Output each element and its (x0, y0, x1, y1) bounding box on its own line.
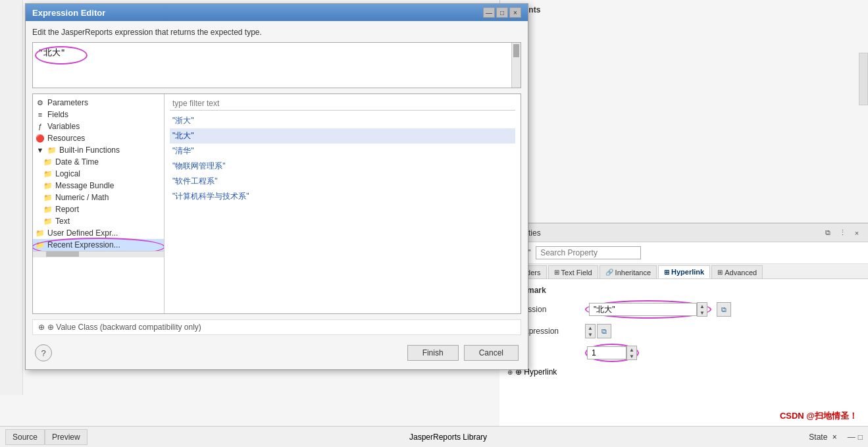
expression-spinner[interactable]: ▲ ▼ (697, 302, 707, 317)
element-item-e: e (505, 54, 863, 66)
level-expr-edit-button[interactable]: ⧉ (597, 324, 611, 338)
properties-new-icon[interactable]: ⧉ (822, 227, 834, 239)
value-class-expand[interactable]: ⊕ (38, 323, 45, 332)
list-item-jisuanji[interactable]: "计算机科学与技术系" (170, 189, 515, 204)
footer-left: ? (35, 344, 52, 361)
dialog-maximize-btn[interactable]: □ (496, 7, 508, 18)
jasper-library-label: JasperReports Library (409, 433, 487, 442)
tree-item-variables[interactable]: ƒ Variables (33, 120, 164, 132)
tab-source-label: Source (13, 433, 38, 442)
list-item-beida[interactable]: "北大" (170, 128, 515, 144)
dialog-body: Edit the JasperReports expression that r… (26, 21, 528, 369)
list-item-qinghua[interactable]: "清华" (170, 144, 515, 159)
element-item-ber: ber (505, 18, 863, 30)
properties-header: Properties ⧉ ⋮ × (499, 224, 868, 242)
level-expr-spinner-up[interactable]: ▲ (586, 325, 595, 331)
expression-prop-row: Expression ▲ ▼ ⧉ (507, 300, 860, 319)
bottom-right-info: State × — □ (809, 433, 863, 442)
level-expr-spinner-down[interactable]: ▼ (586, 331, 595, 338)
tree-item-builtin[interactable]: ▼ 📁 Built-in Functions (33, 144, 164, 156)
level-value-input[interactable] (587, 346, 626, 359)
tab-source[interactable]: Source (5, 429, 45, 445)
elements-title: Elements (505, 5, 863, 14)
maximize-icon[interactable]: □ (858, 433, 863, 442)
expression-textarea[interactable]: "北大" (33, 43, 511, 88)
level-spinner[interactable]: ▲ ▼ (626, 346, 637, 360)
element-item-es: es (505, 30, 863, 42)
element-item-ate: ate (505, 42, 863, 54)
message-folder-icon: 📁 (43, 182, 53, 190)
level-spinner-down[interactable]: ▼ (627, 353, 636, 359)
bottom-library-area: JasperReports Library (88, 433, 809, 442)
tree-item-report[interactable]: 📁 Report (33, 203, 164, 215)
search-property-input[interactable] (536, 246, 641, 259)
tree-item-datetime[interactable]: 📁 Date & Time (33, 156, 164, 168)
tab-preview[interactable]: Preview (45, 429, 88, 445)
dialog-title: Expression Editor (32, 8, 105, 18)
properties-icons: ⧉ ⋮ × (822, 227, 863, 239)
level-numeric-oval: ▲ ▼ (585, 344, 639, 362)
footer-right: Finish Cancel (407, 345, 519, 361)
tab-hyperlink[interactable]: ⊞ Hyperlink (658, 265, 710, 278)
sidebar-item-1: 清计软物浙北 (3, 3, 20, 5)
properties-menu-icon[interactable]: ⋮ (836, 227, 848, 239)
bottom-bar: Source Preview JasperReports Library Sta… (0, 426, 868, 447)
tree-item-messagebundle[interactable]: 📁 Message Bundle (33, 180, 164, 192)
resources-icon: 🔴 (36, 134, 45, 143)
advanced-icon: ⊞ (717, 269, 723, 276)
tree-item-resources-label: Resources (47, 134, 85, 143)
tab-advanced[interactable]: ⊞ Advanced (711, 265, 763, 278)
scroll-thumb (513, 44, 519, 57)
minimize-icon[interactable]: — (848, 433, 855, 442)
state-close[interactable]: × (832, 433, 837, 442)
dialog-minimize-btn[interactable]: — (483, 7, 495, 18)
filter-input[interactable] (170, 97, 515, 111)
tree-item-parameters[interactable]: ⚙ Parameters (33, 97, 164, 109)
dialog-close-btn[interactable]: × (509, 7, 521, 18)
tree-panel: ⚙ Parameters ≡ Fields ƒ Variables 🔴 Reso… (33, 94, 165, 313)
right-panel-scrollbar[interactable] (859, 53, 868, 105)
level-spinner-up[interactable]: ▲ (627, 346, 636, 353)
tree-item-fields-label: Fields (47, 110, 68, 119)
tree-item-numericmath[interactable]: 📁 Numeric / Math (33, 192, 164, 203)
tree-item-text[interactable]: 📁 Text (33, 215, 164, 227)
properties-close-icon[interactable]: × (851, 227, 863, 239)
bottom-icons: — □ (848, 433, 863, 442)
tab-inheritance-label: Inheritance (615, 269, 651, 276)
dialog-footer: ? Finish Cancel (32, 340, 521, 363)
expression-scrollbar[interactable] (511, 43, 521, 88)
expression-textarea-container: "北大" (32, 42, 521, 88)
datetime-folder-icon: 📁 (43, 158, 53, 167)
expression-spinner-up[interactable]: ▲ (698, 303, 707, 309)
tab-textfield-label: Text Field (561, 269, 592, 276)
list-item-wulian[interactable]: "物联网管理系" (170, 159, 515, 174)
finish-button[interactable]: Finish (407, 345, 459, 361)
tree-item-userdefined[interactable]: 📁 User Defined Expr... (33, 227, 164, 239)
tab-inheritance[interactable]: 🔗 Inheritance (600, 265, 657, 278)
tab-textfield[interactable]: ⊞ Text Field (548, 265, 598, 278)
fields-icon: ≡ (36, 111, 45, 118)
expression-value-input[interactable] (589, 303, 697, 316)
properties-content: Bookmark Expression ▲ ▼ ⧉ vel Expression (499, 279, 868, 388)
tree-item-builtin-label: Built-in Functions (59, 145, 120, 155)
list-item-zheda[interactable]: "浙大" (170, 113, 515, 128)
dialog-controls: — □ × (483, 7, 521, 18)
tree-item-userdefined-label: User Defined Expr... (47, 228, 118, 238)
tree-item-fields[interactable]: ≡ Fields (33, 109, 164, 120)
cancel-button[interactable]: Cancel (464, 345, 519, 361)
tree-item-resources[interactable]: 🔴 Resources (33, 132, 164, 144)
expression-edit-button[interactable]: ⧉ (717, 302, 731, 317)
tree-scroll-thumb (46, 251, 79, 257)
tree-item-recent[interactable]: 📁 Recent Expression... (33, 239, 164, 251)
tree-item-logical[interactable]: 📁 Logical (33, 168, 164, 180)
level-expr-prop-row: vel Expression ▲ ▼ ⧉ (507, 324, 860, 338)
help-button[interactable]: ? (35, 344, 52, 361)
tree-item-report-label: Report (55, 205, 79, 214)
level-expr-spinner[interactable]: ▲ ▼ (585, 324, 596, 338)
variables-icon: ƒ (36, 122, 45, 130)
tree-item-parameters-label: Parameters (47, 98, 88, 107)
userdefined-folder-icon: 📁 (36, 229, 45, 238)
expression-spinner-down[interactable]: ▼ (698, 309, 707, 316)
tree-horizontal-scrollbar[interactable] (33, 251, 164, 257)
list-item-ruanjian[interactable]: "软件工程系" (170, 174, 515, 189)
